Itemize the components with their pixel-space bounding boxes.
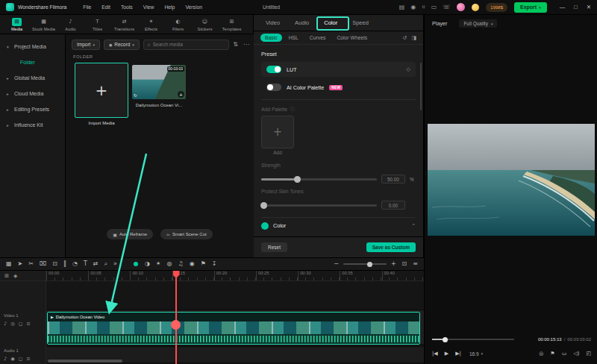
smart-scene-cut-button[interactable]: ✂ Smart Scene Cut (160, 229, 213, 239)
reset-button[interactable]: Reset (261, 242, 287, 252)
tab-stickers[interactable]: ☺ Stickers (192, 18, 218, 31)
marker-icon[interactable]: ⚑ (550, 351, 554, 357)
subtab-curves[interactable]: Curves (305, 34, 331, 42)
display-icon[interactable]: ▭ (431, 4, 437, 10)
delete-icon[interactable]: ⌧ (40, 261, 46, 267)
menu-edit[interactable]: Edit (96, 4, 116, 10)
fit-timeline-icon[interactable]: ⊡ (402, 261, 407, 267)
menu-file[interactable]: File (78, 4, 96, 10)
collapse-icon[interactable]: ⌃ (411, 223, 416, 229)
crop-icon[interactable]: ⊡ (52, 261, 57, 267)
color-correction-icon[interactable]: ◑ (145, 261, 150, 267)
search-box[interactable]: ⌕ (143, 40, 230, 50)
split-icon[interactable]: ‖ (63, 261, 66, 267)
previous-frame-icon[interactable]: |◀ (432, 351, 438, 357)
protect-slider[interactable] (261, 204, 377, 207)
subtab-hsl[interactable]: HSL (284, 34, 303, 42)
record-button[interactable]: ● Record ▾ (104, 40, 140, 50)
blade-icon[interactable]: ✂ (28, 261, 34, 267)
more-tools-icon[interactable]: » (113, 261, 117, 267)
sidebar-item-global-media[interactable]: ▸ Global Media (0, 70, 65, 86)
speed-icon[interactable]: ◔ (72, 261, 78, 267)
promo-badge[interactable]: 1998$ (486, 3, 507, 12)
strength-slider[interactable] (261, 178, 377, 181)
tab-effects[interactable]: ✶ Effects (138, 18, 164, 31)
zoom-slider-knob[interactable] (367, 262, 372, 267)
save-as-custom-button[interactable]: Save as Custom (366, 242, 416, 252)
playhead[interactable] (175, 271, 177, 364)
tab-color[interactable]: Color (316, 19, 345, 26)
mute-icon[interactable]: ♪ (4, 356, 7, 362)
sidebar-item-folder[interactable]: Folder (0, 54, 65, 70)
mask-icon[interactable]: ◍ (167, 261, 172, 267)
marker-icon[interactable]: ⚑ (201, 261, 206, 267)
color-section-header[interactable]: Color ⌃ (261, 217, 416, 233)
add-to-timeline-button[interactable]: + (178, 91, 184, 98)
tab-stock-media[interactable]: ▦ Stock Media (31, 18, 57, 31)
strength-value[interactable]: 50.00 (381, 175, 405, 183)
transition-icon[interactable]: ⇄ (93, 261, 99, 267)
subtab-basic[interactable]: Basic (260, 34, 282, 42)
solo-icon[interactable]: ◉ (10, 356, 15, 362)
workspace-icon[interactable]: ▤ (399, 4, 405, 10)
tab-titles[interactable]: T Titles (84, 18, 110, 31)
import-media-tile[interactable]: + (75, 63, 128, 118)
menu-tools[interactable]: Tools (116, 4, 138, 10)
lut-toggle[interactable] (266, 66, 281, 73)
zoom-slider[interactable] (343, 263, 387, 265)
add-track-icon[interactable]: ⊞ (4, 273, 9, 279)
scrollbar[interactable] (420, 63, 422, 110)
tab-speed[interactable]: Speed (345, 19, 376, 26)
menu-help[interactable]: Help (159, 4, 180, 10)
text-icon[interactable]: T (84, 261, 87, 267)
audio-mixer-icon[interactable]: ♫ (178, 261, 184, 267)
menu-version[interactable]: Version (180, 4, 207, 10)
strength-slider-knob[interactable] (294, 176, 301, 183)
tab-video[interactable]: Video (258, 19, 287, 26)
tab-transitions[interactable]: ⇄ Transitions (111, 18, 137, 31)
next-frame-icon[interactable]: ▶| (455, 351, 461, 357)
track-manage-icon[interactable]: ≡ (413, 261, 418, 267)
volume-icon[interactable]: ◁) (573, 351, 579, 357)
pointer-icon[interactable]: ➤ (18, 261, 23, 267)
zoom-out-icon[interactable]: − (334, 261, 339, 267)
panel-layout-icon[interactable]: ▦ (6, 261, 12, 267)
tab-audio[interactable]: Audio (287, 19, 316, 26)
ai-palette-toggle[interactable] (266, 84, 281, 91)
sidebar-item-project-media[interactable]: ▾ Project Media (0, 39, 65, 54)
maximize-button[interactable]: □ (574, 4, 578, 10)
export-frame-icon[interactable]: ↧ (212, 261, 217, 267)
pip-icon[interactable]: ▭ (562, 351, 567, 357)
track-options-icon[interactable]: ≡ (26, 321, 30, 327)
lock-icon[interactable]: ◻ (19, 321, 22, 327)
import-button[interactable]: Import ▾ (72, 40, 100, 50)
sidebar-item-editing-presets[interactable]: ▸ Editing Presets (0, 101, 65, 117)
voiceover-icon[interactable]: ◉ (190, 261, 195, 267)
more-options-icon[interactable]: ⋯ (243, 41, 249, 48)
close-button[interactable]: ✕ (587, 4, 591, 10)
sort-icon[interactable]: ⇅ (233, 41, 238, 48)
timeline-ruler[interactable]: 00:0000:0500:1000:1500:2000:2500:3000:35… (46, 271, 424, 281)
timeline-clip[interactable]: ▶ Dailymotion Ocean Video (47, 312, 420, 345)
keyframe-icon[interactable]: ◇ (407, 66, 410, 72)
tab-filters[interactable]: ◐ Filters (165, 18, 191, 31)
zoom-in-icon[interactable]: + (391, 261, 396, 267)
track-options-icon[interactable]: ≡ (26, 356, 30, 362)
zoom-tool-icon[interactable]: ⌕ (104, 261, 107, 267)
protect-value[interactable]: 0.00 (381, 201, 405, 210)
sidebar-item-cloud-media[interactable]: ▸ Cloud Media (0, 86, 65, 101)
sidebar-item-influence-kit[interactable]: ▸ Influence Kit (0, 117, 65, 133)
search-input[interactable] (153, 42, 225, 47)
minimize-button[interactable]: — (560, 4, 566, 10)
coin-icon[interactable] (472, 4, 479, 11)
fullscreen-icon[interactable]: ◰ (586, 351, 591, 357)
export-button[interactable]: Export ▾ (514, 2, 547, 13)
screen-record-icon[interactable]: ◉ (410, 4, 416, 10)
auto-reframe-button[interactable]: ▣ Auto Reframe (107, 229, 153, 239)
tab-media[interactable]: ▤ Media (4, 18, 30, 31)
user-avatar[interactable] (457, 3, 465, 11)
add-palette-tile[interactable]: + (261, 116, 294, 148)
quality-dropdown[interactable]: Full Quality ▾ (459, 19, 497, 28)
compare-icon[interactable]: ◨ (411, 35, 416, 41)
snapping-icon[interactable]: ◈ (13, 273, 17, 279)
